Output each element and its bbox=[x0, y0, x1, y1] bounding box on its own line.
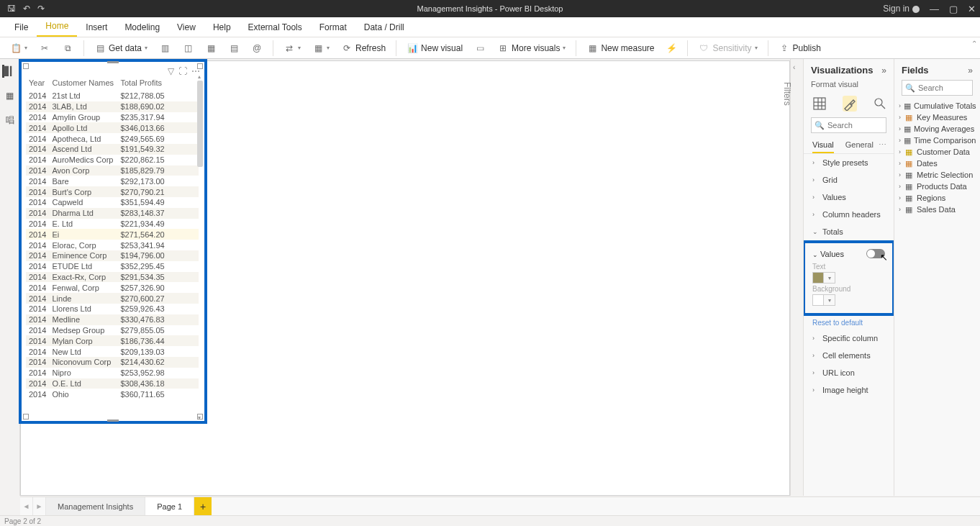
viz-search[interactable]: 🔍 bbox=[811, 117, 886, 133]
transform-button[interactable]: ⇄▾ bbox=[279, 40, 305, 56]
maximize-icon[interactable]: ▢ bbox=[949, 4, 958, 14]
resize-handle[interactable] bbox=[107, 420, 119, 422]
field-cumulative-totals[interactable]: ›▦Cumulative Totals bbox=[894, 100, 980, 112]
format-column-headers[interactable]: ›Column headers bbox=[804, 206, 894, 223]
quickmeasure-button[interactable]: ⚡ bbox=[661, 40, 681, 56]
fields-search-input[interactable] bbox=[918, 83, 980, 92]
excel-button[interactable]: ▥ bbox=[155, 40, 175, 56]
tab-modeling[interactable]: Modeling bbox=[116, 18, 168, 37]
fields-search[interactable]: 🔍 bbox=[902, 80, 973, 96]
undo-icon[interactable]: ↶ bbox=[23, 4, 30, 14]
tab-home[interactable]: Home bbox=[37, 17, 77, 37]
table-row[interactable]: 2014E. Ltd$221,934.49 bbox=[26, 219, 199, 230]
col-profits[interactable]: Total Profits bbox=[117, 76, 199, 91]
tab-datadrill[interactable]: Data / Drill bbox=[355, 18, 413, 37]
more-options-icon[interactable]: ⋯ bbox=[879, 140, 886, 150]
field-customer-data[interactable]: ›▦Customer Data bbox=[894, 146, 980, 158]
dataverse-button[interactable]: @ bbox=[247, 40, 267, 56]
publish-button[interactable]: ⇪Publish bbox=[774, 40, 825, 56]
format-specific-column[interactable]: ›Specific column bbox=[804, 330, 894, 347]
collapse-viz-icon[interactable]: » bbox=[881, 65, 886, 76]
report-page[interactable]: ▽ ⛶ ⋯ Year Customer Names Total Profits … bbox=[20, 60, 790, 496]
table-row[interactable]: 201421st Ltd$212,788.05 bbox=[26, 91, 199, 101]
table-row[interactable]: 2014Llorens Ltd$259,926.43 bbox=[26, 304, 199, 314]
table-row[interactable]: 2014Elorac, Corp$253,341.94 bbox=[26, 240, 199, 250]
reset-default-link[interactable]: Reset to default bbox=[804, 316, 894, 330]
table-row[interactable]: 2014Capweld$351,594.49 bbox=[26, 197, 199, 208]
model-view-icon[interactable]: 唱 bbox=[4, 114, 17, 127]
enterdata-button[interactable]: ▤ bbox=[224, 40, 244, 56]
format-url-icon[interactable]: ›URL icon bbox=[804, 364, 894, 381]
table-row[interactable]: 2014Ascend Ltd$191,549.32 bbox=[26, 144, 199, 155]
field-dates[interactable]: ›▦Dates bbox=[894, 158, 980, 169]
report-canvas[interactable]: ▽ ⛶ ⋯ Year Customer Names Total Profits … bbox=[20, 59, 790, 496]
add-page-button[interactable]: + bbox=[194, 497, 212, 515]
redo-icon[interactable]: ↷ bbox=[37, 4, 45, 14]
copy-button[interactable]: ⧉ bbox=[58, 40, 78, 56]
subtab-visual[interactable]: Visual bbox=[812, 140, 834, 153]
expand-filters-icon[interactable]: ‹ bbox=[793, 63, 795, 71]
getdata-button[interactable]: ▤Get data▾ bbox=[90, 40, 152, 56]
tab-format[interactable]: Format bbox=[311, 18, 355, 37]
sensitivity-button[interactable]: 🛡Sensitivity▾ bbox=[694, 40, 761, 56]
table-row[interactable]: 2014Fenwal, Corp$257,326.90 bbox=[26, 282, 199, 293]
newmeasure-button[interactable]: ▦New measure bbox=[582, 40, 658, 56]
tab-help[interactable]: Help bbox=[204, 18, 240, 37]
table-row[interactable]: 2014Avon Corp$185,829.79 bbox=[26, 165, 199, 176]
table-row[interactable]: 2014Ei$271,564.20 bbox=[26, 229, 199, 240]
field-moving-averages[interactable]: ›▦Moving Averages bbox=[894, 123, 980, 135]
text-color-picker[interactable]: ▾ bbox=[812, 272, 885, 284]
ribbon-collapse-icon[interactable]: ⌃ bbox=[971, 40, 977, 47]
table-row[interactable]: 2014Linde$270,600.27 bbox=[26, 293, 199, 304]
table-row[interactable]: 2014Apollo Ltd$346,013.66 bbox=[26, 122, 199, 133]
resize-handle[interactable] bbox=[107, 61, 119, 63]
next-page-icon[interactable]: ► bbox=[33, 497, 46, 515]
table-row[interactable]: 2014Exact-Rx, Corp$291,534.35 bbox=[26, 272, 199, 283]
table-row[interactable]: 2014Eminence Corp$194,796.00 bbox=[26, 250, 199, 261]
textbox-button[interactable]: ▭ bbox=[470, 40, 490, 56]
col-year[interactable]: Year bbox=[26, 76, 49, 91]
paste-button[interactable]: 📋▾ bbox=[6, 40, 32, 56]
close-icon[interactable]: ✕ bbox=[968, 4, 976, 14]
analytics-icon[interactable] bbox=[873, 96, 887, 112]
table-row[interactable]: 2014Medsep Group$279,855.05 bbox=[26, 325, 199, 336]
field-time-comparison[interactable]: ›▦Time Comparison bbox=[894, 135, 980, 146]
table-row[interactable]: 2014Apotheca, Ltd$249,565.69 bbox=[26, 133, 199, 144]
table-row[interactable]: 2014New Ltd$209,139.03 bbox=[26, 346, 199, 357]
filter-icon[interactable]: ▽ bbox=[168, 66, 174, 76]
field-regions[interactable]: ›▦Regions bbox=[894, 192, 980, 204]
tab-external[interactable]: External Tools bbox=[240, 18, 311, 37]
visual-scrollbar[interactable]: ▴ ▾ bbox=[197, 81, 203, 414]
table-row[interactable]: 2014Dharma Ltd$283,148.37 bbox=[26, 208, 199, 219]
field-metric-selection[interactable]: ›▦Metric Selection bbox=[894, 169, 980, 181]
table-row[interactable]: 2014ETUDE Ltd$352,295.45 bbox=[26, 261, 199, 272]
morevisuals-button[interactable]: ⊞More visuals▾ bbox=[493, 40, 570, 56]
table-row[interactable]: 2014Mylan Corp$186,736.44 bbox=[26, 335, 199, 346]
prev-page-icon[interactable]: ◄ bbox=[20, 497, 33, 515]
refresh-button[interactable]: ⟳Refresh bbox=[337, 40, 390, 56]
sql-button[interactable]: ▦ bbox=[201, 40, 221, 56]
format-visual-icon[interactable] bbox=[843, 96, 857, 112]
field-sales-data[interactable]: ›▦Sales Data bbox=[894, 204, 980, 215]
subtab-general[interactable]: General bbox=[845, 140, 874, 153]
save-icon[interactable]: 🖫 bbox=[7, 4, 16, 14]
table-row[interactable]: 2014Medline$330,476.83 bbox=[26, 314, 199, 325]
report-view-icon[interactable]: ▊▎ bbox=[2, 65, 15, 78]
collapse-fields-icon[interactable]: » bbox=[968, 65, 973, 76]
field-key-measures[interactable]: ›▦Key Measures bbox=[894, 112, 980, 123]
focus-icon[interactable]: ⛶ bbox=[178, 66, 187, 76]
table-row[interactable]: 2014Amylin Group$235,317.94 bbox=[26, 112, 199, 123]
col-customer[interactable]: Customer Names bbox=[49, 76, 117, 91]
tab-view[interactable]: View bbox=[168, 18, 204, 37]
table-row[interactable]: 2014Nipro$253,952.98 bbox=[26, 368, 199, 378]
page-tab-2[interactable]: Page 1 bbox=[145, 497, 194, 515]
minimize-icon[interactable]: — bbox=[930, 4, 939, 14]
manage-button[interactable]: ▦▾ bbox=[308, 40, 334, 56]
field-products-data[interactable]: ›▦Products Data bbox=[894, 181, 980, 192]
data-view-icon[interactable]: ▦ bbox=[4, 89, 17, 102]
format-grid[interactable]: ›Grid bbox=[804, 171, 894, 189]
datahub-button[interactable]: ◫ bbox=[178, 40, 198, 56]
signin-button[interactable]: Sign in bbox=[883, 4, 920, 14]
build-visual-icon[interactable] bbox=[812, 96, 827, 112]
page-tab-1[interactable]: Management Insights bbox=[46, 497, 145, 515]
